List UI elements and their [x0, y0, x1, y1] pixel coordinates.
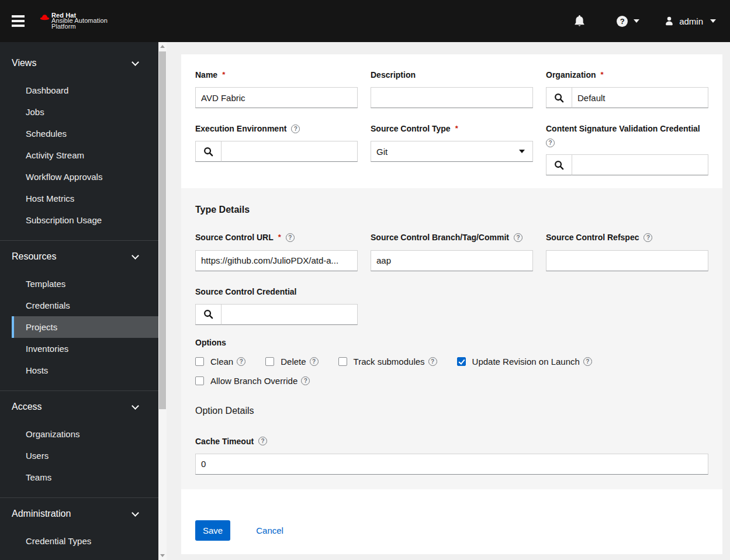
- sidebar-item-inventories[interactable]: Inventories: [0, 338, 158, 359]
- checkbox-box[interactable]: [265, 357, 274, 366]
- execution-environment-search-button[interactable]: [195, 141, 222, 162]
- source-control-credential-label: Source Control Credential: [195, 286, 296, 297]
- nav-group-header-views[interactable]: Views: [0, 49, 158, 77]
- help-icon[interactable]: ?: [643, 233, 652, 242]
- type-details-section: Type Details Source Control URL * ? Sour…: [181, 188, 722, 489]
- sidebar-item-teams[interactable]: Teams: [0, 466, 158, 488]
- help-icon[interactable]: ?: [258, 437, 267, 445]
- sidebar-item-host-metrics[interactable]: Host Metrics: [0, 188, 158, 209]
- help-icon[interactable]: ?: [617, 16, 628, 27]
- nav-group-header-administration[interactable]: Administration: [0, 500, 158, 528]
- redhat-logo-icon: [40, 13, 50, 21]
- checkbox-allow-branch-override[interactable]: Allow Branch Override ?: [195, 376, 310, 386]
- scrollbar-down-arrow-icon[interactable]: [158, 551, 167, 560]
- source-control-refspec-label: Source Control Refspec: [546, 232, 639, 243]
- checkbox-box[interactable]: [195, 376, 204, 385]
- field-cache-timeout: Cache Timeout ?: [195, 436, 708, 475]
- checkbox-label: Clean: [210, 357, 233, 367]
- required-asterisk: *: [601, 70, 604, 80]
- sidebar-item-dashboard[interactable]: Dashboard: [0, 79, 158, 101]
- help-icon[interactable]: ?: [428, 357, 437, 366]
- nav-group-header-resources[interactable]: Resources: [0, 243, 158, 271]
- checkbox-label: Update Revision on Launch: [472, 357, 580, 367]
- checkbox-track-submodules[interactable]: Track submodules ?: [338, 357, 437, 367]
- source-control-credential-input[interactable]: [222, 304, 358, 325]
- source-control-credential-search-button[interactable]: [195, 304, 222, 325]
- sidebar-item-jobs[interactable]: Jobs: [0, 101, 158, 123]
- sidebar-item-credentials[interactable]: Credentials: [0, 295, 158, 316]
- content-signature-search-button[interactable]: [546, 154, 572, 175]
- field-content-signature-validation-credential: Content Signature Validation Credential …: [546, 123, 708, 175]
- selected-value: Git: [376, 147, 388, 157]
- sidebar-item-subscription-usage[interactable]: Subscription Usage: [0, 209, 158, 231]
- sidebar-item-organizations[interactable]: Organizations: [0, 423, 158, 445]
- source-control-type-select[interactable]: Git: [371, 141, 533, 162]
- scrollbar-thumb[interactable]: [159, 51, 166, 409]
- help-icon[interactable]: ?: [514, 233, 523, 242]
- sidebar-item-credential-types[interactable]: Credential Types: [0, 530, 158, 552]
- help-caret-icon[interactable]: [634, 19, 639, 23]
- nav-group-header-access[interactable]: Access: [0, 393, 158, 421]
- save-button[interactable]: Save: [195, 520, 230, 541]
- cache-timeout-input[interactable]: [195, 454, 708, 475]
- user-menu[interactable]: admin: [664, 16, 716, 26]
- sidebar-item-users[interactable]: Users: [0, 445, 158, 466]
- name-input[interactable]: [195, 87, 358, 108]
- cancel-button[interactable]: Cancel: [256, 526, 283, 535]
- sidebar-item-workflow-approvals[interactable]: Workflow Approvals: [0, 166, 158, 188]
- project-form-card: Name * Description Organization *: [181, 54, 722, 554]
- option-details-title: Option Details: [195, 406, 708, 416]
- nav-group-title: Resources: [12, 251, 56, 262]
- help-icon[interactable]: ?: [301, 376, 310, 385]
- source-control-url-input[interactable]: [195, 250, 358, 271]
- description-input[interactable]: [371, 87, 533, 108]
- brand-line3: Platform: [51, 24, 108, 30]
- type-details-title: Type Details: [195, 205, 708, 215]
- options-label: Options: [195, 338, 708, 347]
- checkbox-clean[interactable]: Clean ?: [195, 357, 245, 367]
- sidebar-item-schedules[interactable]: Schedules: [0, 123, 158, 144]
- sidebar-item-hosts[interactable]: Hosts: [0, 359, 158, 381]
- search-icon: [554, 160, 564, 170]
- help-icon[interactable]: ?: [237, 357, 245, 366]
- help-icon[interactable]: ?: [583, 357, 592, 366]
- organization-search-button[interactable]: [546, 87, 572, 108]
- masthead: Red Hat Ansible Automation Platform ? ad…: [0, 0, 730, 42]
- cache-timeout-label: Cache Timeout: [195, 436, 254, 447]
- nav-toggle-icon[interactable]: [12, 15, 25, 27]
- name-label: Name: [195, 70, 217, 80]
- search-icon: [554, 93, 564, 103]
- nav-group-views: Views Dashboard Jobs Schedules Activity …: [0, 42, 158, 240]
- sidebar-item-templates[interactable]: Templates: [0, 273, 158, 295]
- chevron-down-icon: [132, 402, 139, 410]
- execution-environment-input[interactable]: [222, 141, 358, 162]
- organization-input[interactable]: [572, 87, 708, 108]
- checkbox-box[interactable]: [338, 357, 347, 366]
- caret-down-icon: [519, 150, 525, 153]
- required-asterisk: *: [278, 233, 281, 243]
- help-icon[interactable]: ?: [546, 139, 555, 147]
- help-icon[interactable]: ?: [310, 357, 319, 366]
- source-control-branch-input[interactable]: [371, 250, 533, 271]
- organization-label: Organization: [546, 70, 596, 80]
- content-signature-input[interactable]: [572, 154, 708, 175]
- sidebar: Views Dashboard Jobs Schedules Activity …: [0, 42, 158, 560]
- sidebar-item-activity-stream[interactable]: Activity Stream: [0, 144, 158, 166]
- brand-logo: Red Hat Ansible Automation Platform: [40, 13, 108, 30]
- field-source-control-refspec: Source Control Refspec ?: [546, 232, 708, 271]
- chevron-down-icon: [132, 58, 139, 66]
- nav-group-title: Views: [12, 58, 36, 68]
- checkbox-update-revision-on-launch[interactable]: Update Revision on Launch ?: [457, 357, 592, 367]
- checkbox-box[interactable]: [457, 357, 466, 366]
- notifications-bell-icon[interactable]: [574, 15, 585, 27]
- checkbox-box[interactable]: [195, 357, 204, 366]
- help-icon[interactable]: ?: [286, 233, 295, 242]
- help-icon[interactable]: ?: [291, 125, 300, 133]
- checkbox-delete[interactable]: Delete ?: [265, 357, 318, 367]
- source-control-refspec-input[interactable]: [546, 250, 708, 271]
- nav-group-access: Access Organizations Users Teams: [0, 391, 158, 497]
- sidebar-scrollbar[interactable]: [158, 42, 167, 560]
- sidebar-item-projects[interactable]: Projects: [12, 316, 158, 338]
- chevron-down-icon: [132, 509, 139, 517]
- scrollbar-up-arrow-icon[interactable]: [158, 42, 167, 51]
